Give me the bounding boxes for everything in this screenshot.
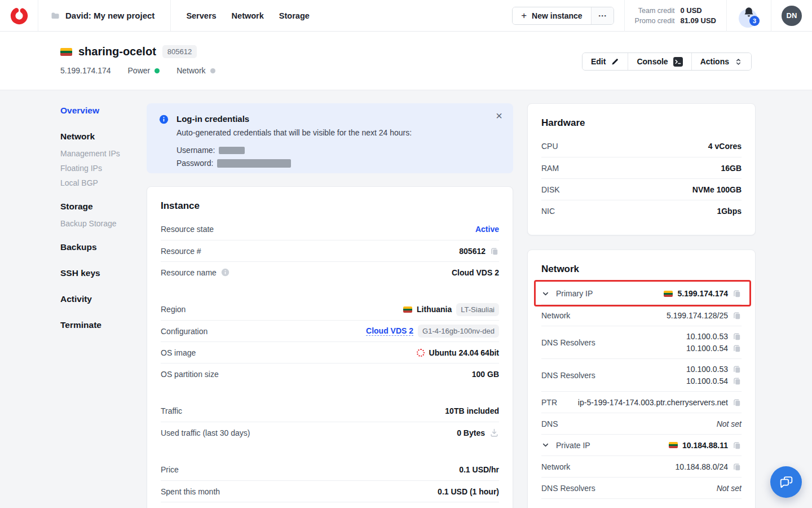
app-header: David: My new project Servers Network St… <box>0 0 812 32</box>
project-name: David: My new project <box>65 11 155 20</box>
folder-icon <box>51 11 60 20</box>
chat-widget-button[interactable] <box>770 466 802 498</box>
nav-network[interactable]: Network <box>232 11 264 20</box>
region-label: Region <box>161 305 186 314</box>
sidebar: Overview Network Management IPs Floating… <box>60 106 139 330</box>
credits-block: Team credit 0 USD Promo credit 81.09 USD <box>624 0 726 32</box>
used-traffic-label: Used traffic (last 30 days) <box>161 428 250 437</box>
user-avatar[interactable]: DN <box>782 6 802 26</box>
sidebar-item-local-bgp[interactable]: Local BGP <box>60 178 139 187</box>
instance-card-title: Instance <box>161 200 499 212</box>
console-button[interactable]: Console <box>628 53 691 70</box>
sidebar-item-backups[interactable]: Backups <box>60 242 139 252</box>
public-network-label: Network <box>541 311 570 320</box>
copy-icon[interactable] <box>732 398 742 407</box>
resource-number-row: Resource # 805612 <box>161 240 499 261</box>
copy-icon[interactable] <box>732 344 742 353</box>
console-label: Console <box>637 57 668 66</box>
copy-icon[interactable] <box>732 462 742 471</box>
network-card: Network Primary IP 5.199.174.174 <box>527 249 756 508</box>
info-icon[interactable] <box>221 268 230 277</box>
copy-icon[interactable] <box>732 365 742 374</box>
power-status: Power <box>128 66 160 75</box>
power-status-dot <box>155 68 160 73</box>
os-image-label: OS image <box>161 348 196 357</box>
copy-icon[interactable] <box>732 332 742 341</box>
banner-title: Log-in credentials <box>176 114 500 124</box>
private-dns-resolvers-row: DNS Resolvers Not set <box>541 478 742 499</box>
notifications-button[interactable]: 3 <box>737 4 761 28</box>
chevron-down-icon[interactable] <box>541 441 550 449</box>
nic-value: 1Gbps <box>717 207 742 216</box>
copy-icon[interactable] <box>732 311 742 320</box>
ram-row: RAM 16GB <box>541 157 742 178</box>
cherry-logo-icon <box>10 6 29 25</box>
password-label: Password: <box>176 158 213 168</box>
sidebar-item-floating-ips[interactable]: Floating IPs <box>60 164 139 173</box>
resource-state-row: Resource state Active <box>161 218 499 240</box>
sidebar-item-backup-storage[interactable]: Backup Storage <box>60 219 139 228</box>
nic-row: NIC 1Gbps <box>541 200 742 221</box>
traffic-label: Traffic <box>161 406 182 415</box>
main-nav: Servers Network Storage <box>171 0 309 31</box>
region-row: Region Lithuania LT-Siauliai <box>161 299 499 320</box>
network-status-dot <box>210 68 215 73</box>
brand-logo[interactable] <box>0 0 38 31</box>
new-instance-button[interactable]: + New instance <box>513 7 590 24</box>
promo-credit-label: Promo credit <box>635 17 675 25</box>
resource-name-row: Resource name Cloud VDS 2 <box>161 261 499 283</box>
private-ip-value: 10.184.88.11 <box>682 441 728 450</box>
resource-state-value[interactable]: Active <box>475 225 499 234</box>
new-instance-more-button[interactable]: ⋯ <box>591 7 614 24</box>
terminal-icon <box>673 57 683 67</box>
promo-credit-value: 81.09 USD <box>680 16 716 25</box>
sidebar-item-storage[interactable]: Storage <box>60 202 139 212</box>
copy-icon[interactable] <box>732 441 742 450</box>
cpu-row: CPU 4 vCores <box>541 135 742 157</box>
network-status-label: Network <box>176 66 205 75</box>
sidebar-item-activity[interactable]: Activity <box>60 294 139 304</box>
sidebar-item-ssh-keys[interactable]: SSH keys <box>60 268 139 278</box>
private-ip-label: Private IP <box>556 441 590 450</box>
nav-servers[interactable]: Servers <box>186 11 216 20</box>
nav-storage[interactable]: Storage <box>279 11 310 20</box>
login-credentials-banner: Log-in credentials Auto-generated creden… <box>147 103 513 173</box>
download-icon[interactable] <box>489 428 499 437</box>
ptr-row: PTR ip-5-199-174-174.003.ptr.cherryserve… <box>541 392 742 413</box>
server-name: sharing-ocelot <box>78 45 156 58</box>
sidebar-item-terminate[interactable]: Terminate <box>60 320 139 330</box>
sidebar-item-overview[interactable]: Overview <box>60 106 139 116</box>
deployment-date-row: Deployment date 2026-01-29 01:37 <box>161 502 499 508</box>
used-traffic-value: 0 Bytes <box>457 428 485 437</box>
disk-label: DISK <box>541 185 560 194</box>
primary-ip-label: Primary IP <box>556 289 593 298</box>
chevron-down-icon[interactable] <box>541 290 550 298</box>
cpu-label: CPU <box>541 142 558 151</box>
edit-button[interactable]: Edit <box>582 53 628 70</box>
lithuania-flag-icon <box>664 291 673 297</box>
actions-button[interactable]: Actions <box>691 53 751 70</box>
os-partition-value: 100 GB <box>472 370 499 379</box>
used-traffic-row: Used traffic (last 30 days) 0 Bytes <box>161 422 499 443</box>
close-icon[interactable]: × <box>493 108 505 124</box>
copy-icon[interactable] <box>732 376 742 386</box>
sidebar-item-management-ips[interactable]: Management IPs <box>60 149 139 158</box>
sidebar-item-network[interactable]: Network <box>60 132 139 142</box>
price-label: Price <box>161 465 179 474</box>
power-status-label: Power <box>128 66 151 75</box>
resource-number-value: 805612 <box>459 247 486 256</box>
copy-icon[interactable] <box>490 247 499 256</box>
page-content: Overview Network Management IPs Floating… <box>0 90 812 508</box>
edit-label: Edit <box>591 57 606 66</box>
new-instance-split-button: + New instance ⋯ <box>512 7 614 25</box>
traffic-value: 10TB included <box>445 406 499 415</box>
private-network-value: 10.184.88.0/24 <box>676 462 728 471</box>
configuration-badge: G1-4-16gb-100nv-ded <box>418 325 499 338</box>
copy-icon[interactable] <box>732 289 742 298</box>
ram-label: RAM <box>541 164 559 173</box>
hardware-card-title: Hardware <box>541 117 742 129</box>
resource-state-label: Resource state <box>161 225 214 234</box>
project-selector[interactable]: David: My new project <box>38 0 171 31</box>
cpu-value: 4 vCores <box>708 142 742 151</box>
configuration-link[interactable]: Cloud VDS 2 <box>366 326 413 336</box>
